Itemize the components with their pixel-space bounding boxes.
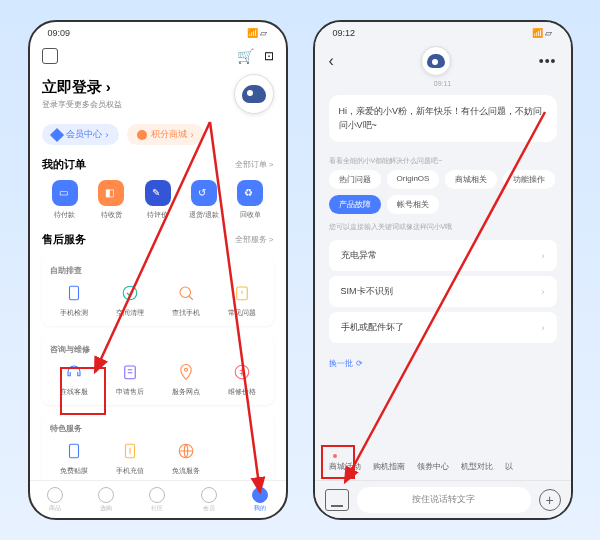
svg-rect-0	[69, 286, 78, 300]
tab-mine[interactable]: 我的	[252, 487, 268, 513]
tab-goods[interactable]: 商品	[47, 487, 63, 513]
tab-member[interactable]: 会员	[201, 487, 217, 513]
svc-online-support[interactable]: 在线客服	[46, 361, 102, 397]
plus-icon[interactable]: +	[539, 489, 561, 511]
chat-timestamp: 09:11	[315, 80, 571, 87]
service-section: 售后服务全部服务 > 自助排查 手机检测 空间清理 查找手机 常见问题 咨询与维…	[42, 232, 274, 480]
tab-shop[interactable]: 选购	[98, 487, 114, 513]
svc-find-phone[interactable]: 查找手机	[158, 282, 214, 318]
status-bar: 09:09 📶 ▱	[30, 22, 286, 44]
order-pending-receive[interactable]: ◧待收货	[88, 180, 134, 220]
hint-text-2: 您可以直接输入关键词或像这样问小V哦	[329, 222, 557, 232]
login-title[interactable]: 立即登录 ›	[42, 78, 122, 97]
clock: 09:09	[48, 28, 71, 38]
svc-topup[interactable]: 手机充值	[102, 440, 158, 476]
quick-tags: 商城活动 购机指南 领券中心 机型对比 以	[315, 453, 571, 480]
member-center-chip[interactable]: 会员中心 ›	[42, 124, 119, 145]
hint-text: 看看全能的小V都能解决什么问题吧~	[329, 156, 557, 166]
pill-fault[interactable]: 产品故障	[329, 195, 381, 214]
svc-phone-check[interactable]: 手机检测	[46, 282, 102, 318]
pill-account[interactable]: 帐号相关	[387, 195, 439, 214]
svc-data-free[interactable]: 免流服务	[158, 440, 214, 476]
order-refund[interactable]: ↺退货/退款	[181, 180, 227, 220]
pill-originos[interactable]: OriginOS	[387, 170, 440, 189]
orders-section: 我的订单全部订单 > ▭待付款 ◧待收货 ✎待评价 ↺退货/退款 ♻回收单	[42, 157, 274, 220]
keyboard-icon[interactable]	[325, 489, 349, 511]
tag[interactable]: 机型对比	[461, 461, 493, 472]
svc-apply-service[interactable]: 申请售后	[102, 361, 158, 397]
svc-screen-film[interactable]: 免费贴膜	[46, 440, 102, 476]
back-icon[interactable]: ‹	[329, 52, 334, 70]
svg-rect-7	[69, 444, 78, 458]
bot-avatar	[421, 46, 451, 76]
order-recycle[interactable]: ♻回收单	[227, 180, 273, 220]
phone-screenshot-left: 09:09 📶 ▱ 🛒 ⊡ 立即登录 › 登录享受更多会员权益 会员中心 › 积…	[28, 20, 288, 520]
svg-point-2	[180, 287, 191, 298]
refresh-button[interactable]: 换一批 ⟳	[329, 358, 557, 369]
settings-icon[interactable]	[42, 48, 58, 64]
section-title: 我的订单	[42, 157, 86, 172]
cart-icon[interactable]: 🛒	[237, 48, 254, 64]
tag[interactable]: 以	[505, 461, 513, 472]
question-item[interactable]: 手机或配件坏了›	[329, 312, 557, 343]
tag[interactable]: 商城活动	[329, 461, 361, 472]
pill-function[interactable]: 功能操作	[503, 170, 555, 189]
order-pending-pay[interactable]: ▭待付款	[42, 180, 88, 220]
status-icons: 📶 ▱	[247, 28, 268, 38]
question-item[interactable]: SIM卡不识别›	[329, 276, 557, 307]
tab-bar: 商品 选购 社区 会员 我的	[30, 480, 286, 518]
pill-mall[interactable]: 商城相关	[445, 170, 497, 189]
greeting-bubble: Hi，亲爱的小V粉，新年快乐！有什么问题，不妨问问小V吧~	[329, 95, 557, 142]
svc-locations[interactable]: 服务网点	[158, 361, 214, 397]
tag[interactable]: 购机指南	[373, 461, 405, 472]
tag[interactable]: 领券中心	[417, 461, 449, 472]
phone-screenshot-right: 09:12 📶 ▱ ‹ ••• 09:11 Hi，亲爱的小V粉，新年快乐！有什么…	[313, 20, 573, 520]
badge-dot	[333, 454, 337, 458]
more-icon[interactable]: •••	[539, 53, 557, 69]
clock: 09:12	[333, 28, 356, 38]
points-mall-chip[interactable]: 积分商城 ›	[127, 124, 204, 145]
svc-faq[interactable]: 常见问题	[214, 282, 270, 318]
voice-input[interactable]: 按住说话转文字	[357, 487, 531, 513]
svg-point-5	[184, 368, 187, 371]
tab-community[interactable]: 社区	[149, 487, 165, 513]
order-pending-review[interactable]: ✎待评价	[134, 180, 180, 220]
question-item[interactable]: 充电异常›	[329, 240, 557, 271]
scan-icon[interactable]: ⊡	[264, 49, 274, 63]
section-more[interactable]: 全部订单 >	[235, 159, 274, 170]
pill-hot[interactable]: 热门问题	[329, 170, 381, 189]
avatar[interactable]	[234, 74, 274, 114]
svg-point-1	[123, 286, 137, 300]
svc-cleanup[interactable]: 空间清理	[102, 282, 158, 318]
login-subtitle: 登录享受更多会员权益	[42, 99, 122, 110]
svc-repair-price[interactable]: 维修价格	[214, 361, 270, 397]
status-bar: 09:12 📶 ▱	[315, 22, 571, 44]
status-icons: 📶 ▱	[532, 28, 553, 38]
